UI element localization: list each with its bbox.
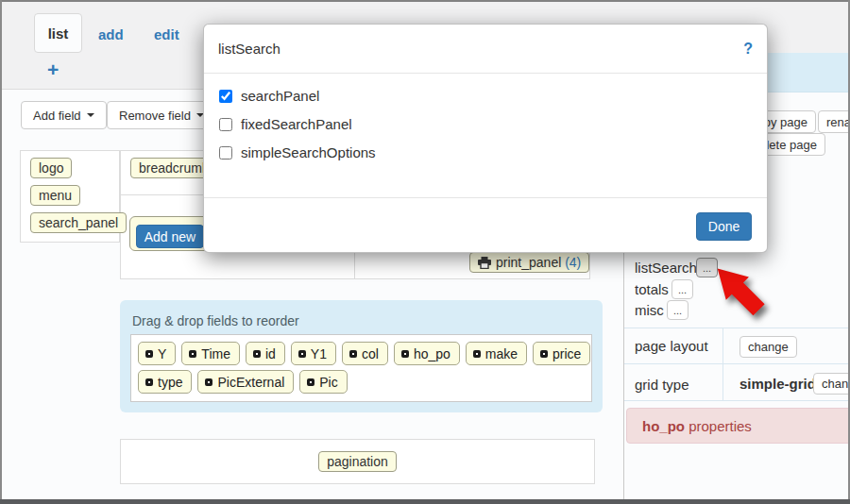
reorder-row-1: Y Time id Y1 col ho_po make price	[138, 342, 590, 365]
window-border	[0, 499, 850, 504]
reorder-row-2: type PicExternal Pic	[138, 370, 348, 394]
field-properties-banner: ho_po properties	[626, 408, 850, 444]
field-tag-pic[interactable]: Pic	[299, 370, 347, 394]
field-label: Y	[158, 346, 166, 361]
grid-type-value: simple-grid	[740, 376, 816, 392]
field-handle-icon	[205, 378, 212, 386]
field-tag-id[interactable]: id	[246, 342, 285, 365]
done-button[interactable]: Done	[696, 212, 752, 241]
listsearch-label: listSearch	[635, 260, 697, 276]
print-panel-tag[interactable]: print_panel (4)	[469, 252, 589, 273]
caret-down-icon	[87, 113, 94, 117]
option-label: fixedSearchPanel	[241, 116, 352, 132]
window-border	[0, 0, 2, 504]
totals-ellipsis-button[interactable]: ...	[672, 279, 693, 299]
help-icon[interactable]: ?	[743, 41, 753, 58]
option-row-searchpanel: searchPanel	[219, 87, 376, 105]
modal-body: searchPanel fixedSearchPanel simpleSearc…	[219, 87, 376, 172]
field-label: Pic	[319, 375, 337, 390]
field-handle-icon	[349, 350, 357, 358]
table-border	[624, 363, 850, 364]
remove-field-label: Remove field	[119, 109, 191, 123]
table-border	[722, 328, 723, 400]
field-label: Time	[201, 346, 230, 361]
page-layout-label: page layout	[635, 338, 708, 354]
field-label: PicExternal	[217, 375, 284, 390]
option-label: simpleSearchOptions	[241, 144, 376, 160]
field-handle-icon	[473, 350, 481, 358]
reorder-title: Drag & drop fields to reorder	[132, 313, 299, 328]
grid-type-label: grid type	[635, 377, 689, 393]
tag-pagination[interactable]: pagination	[318, 451, 397, 472]
field-tag-time[interactable]: Time	[181, 342, 240, 365]
field-label: type	[158, 375, 182, 390]
field-handle-icon	[145, 378, 153, 386]
add-field-label: Add field	[33, 109, 81, 123]
red-arrow-icon	[705, 262, 769, 321]
new-tab-button[interactable]: +	[47, 59, 59, 81]
tag-logo[interactable]: logo	[30, 158, 72, 178]
field-label: col	[362, 346, 379, 361]
field-label: ho_po	[414, 346, 450, 361]
add-new-button[interactable]: Add new	[136, 225, 204, 248]
option-row-fixedsearchpanel: fixedSearchPanel	[219, 115, 376, 133]
rename-button[interactable]: rename	[818, 110, 850, 133]
listsearch-modal: listSearch ? searchPanel fixedSearchPane…	[203, 24, 768, 253]
pagination-cell: pagination	[120, 439, 595, 484]
field-label: price	[552, 346, 581, 361]
field-tag-y1[interactable]: Y1	[291, 342, 336, 365]
field-handle-icon	[307, 378, 314, 386]
print-panel-label: print_panel	[496, 255, 561, 270]
field-tag-ho-po[interactable]: ho_po	[394, 342, 460, 365]
field-handle-icon	[298, 350, 306, 358]
reorder-panel: Drag & drop fields to reorder Y Time id …	[120, 300, 603, 412]
field-properties-field: ho_po	[642, 418, 685, 434]
field-tag-make[interactable]: make	[466, 342, 527, 365]
printer-icon	[478, 257, 491, 269]
field-tag-type[interactable]: type	[138, 370, 192, 394]
add-field-button[interactable]: Add field	[21, 101, 107, 129]
table-border	[624, 328, 850, 328]
field-handle-icon	[253, 350, 261, 358]
field-label: id	[265, 346, 276, 361]
field-label: make	[485, 346, 518, 361]
misc-ellipsis-button[interactable]: ...	[667, 300, 688, 320]
page-layout-change-button[interactable]: change	[740, 336, 797, 358]
field-handle-icon	[145, 350, 153, 358]
remove-field-button[interactable]: Remove field	[107, 101, 216, 129]
field-handle-icon	[540, 350, 548, 358]
grid-type-change-button[interactable]: change	[813, 373, 850, 395]
simplesearchoptions-checkbox[interactable]	[219, 146, 232, 160]
tab-add[interactable]: add	[98, 26, 124, 42]
print-panel-count: (4)	[565, 255, 581, 270]
field-label: Y1	[311, 346, 327, 361]
field-tag-picexternal[interactable]: PicExternal	[197, 370, 294, 394]
field-tag-y[interactable]: Y	[138, 342, 176, 365]
misc-label: misc	[635, 302, 664, 318]
window-border	[0, 0, 850, 2]
field-tag-col[interactable]: col	[342, 342, 388, 365]
modal-header: listSearch ?	[204, 25, 767, 74]
field-handle-icon	[401, 350, 409, 358]
field-handle-icon	[189, 350, 196, 358]
modal-footer: Done	[204, 197, 767, 254]
searchpanel-checkbox[interactable]	[219, 90, 232, 103]
table-border	[624, 400, 850, 401]
field-properties-text: properties	[688, 418, 752, 434]
totals-label: totals	[635, 281, 669, 297]
option-row-simplesearchoptions: simpleSearchOptions	[219, 143, 376, 161]
option-label: searchPanel	[241, 88, 319, 104]
app-window: list add edit + Add field Remove field A…	[0, 0, 850, 504]
fixedsearchpanel-checkbox[interactable]	[219, 118, 232, 131]
field-tag-price[interactable]: price	[533, 342, 590, 365]
tab-list[interactable]: list	[34, 13, 82, 53]
modal-title: listSearch	[218, 41, 280, 57]
tag-search-panel[interactable]: search_panel	[30, 212, 127, 233]
reorder-box: Y Time id Y1 col ho_po make price type P…	[130, 334, 592, 402]
tab-edit[interactable]: edit	[154, 26, 179, 42]
tag-menu[interactable]: menu	[30, 185, 80, 206]
